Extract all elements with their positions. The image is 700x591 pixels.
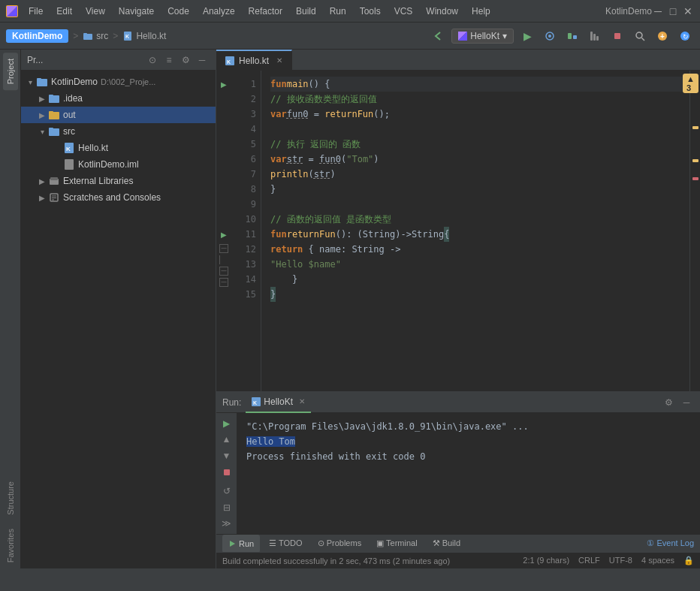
svg-rect-11 bbox=[573, 35, 577, 39]
code-line-2: // 接收函数类型的返回值 bbox=[270, 92, 683, 107]
run-config-selector[interactable]: HelloKt ▾ bbox=[451, 29, 514, 44]
expand-arrow-src: ▾ bbox=[36, 125, 48, 137]
tree-item-hello-kt[interactable]: ▶ K Hello.kt bbox=[21, 140, 216, 156]
bottom-tab-run[interactable]: Run bbox=[222, 535, 260, 553]
menu-build[interactable]: Build bbox=[290, 5, 322, 18]
svg-text:K: K bbox=[253, 400, 257, 406]
update-button[interactable]: ↻ bbox=[676, 27, 694, 45]
code-line-3: var fun0 = returnFun(); bbox=[270, 107, 683, 122]
gutter-run-11[interactable]: ▶ bbox=[218, 227, 230, 242]
run-stop-btn[interactable] bbox=[219, 465, 235, 480]
run-tab-hello[interactable]: K HelloKt ✕ bbox=[246, 392, 311, 413]
panel-collapse-all-btn[interactable]: ≡ bbox=[161, 53, 177, 68]
root-path: D:\002_Proje... bbox=[101, 77, 155, 86]
sidebar-tab-favorites[interactable]: Favorites bbox=[3, 523, 18, 568]
sidebar-tab-project[interactable]: Project bbox=[3, 53, 18, 90]
line-ending[interactable]: CRLF bbox=[578, 556, 600, 565]
run-minimize-btn[interactable]: ─ bbox=[679, 395, 694, 410]
gutter-1-3 bbox=[218, 107, 230, 122]
run-button[interactable]: ▶ bbox=[518, 27, 536, 45]
event-log-link[interactable]: ① Event Log bbox=[647, 538, 694, 548]
code-line-7: println(str) bbox=[270, 167, 683, 182]
tree-item-out[interactable]: ▶ out bbox=[21, 107, 216, 123]
tab-close-btn[interactable]: ✕ bbox=[276, 56, 282, 65]
menu-file[interactable]: File bbox=[23, 5, 49, 18]
panel-close-btn[interactable]: ─ bbox=[195, 53, 210, 68]
bottom-tab-build[interactable]: ⚒ Build bbox=[427, 535, 467, 553]
window-controls: ─ □ ✕ bbox=[652, 5, 694, 17]
code-editor[interactable]: ▶ ▶ ─ ─ ─ bbox=[216, 71, 700, 391]
lock-icon: 🔒 bbox=[683, 556, 694, 565]
menu-view[interactable]: View bbox=[80, 5, 111, 18]
tree-item-iml[interactable]: ▶ KotlinDemo.iml bbox=[21, 156, 216, 173]
profile-button[interactable] bbox=[586, 27, 604, 45]
gutter-fold-15[interactable]: ─ bbox=[219, 278, 228, 287]
menu-run[interactable]: Run bbox=[324, 5, 352, 18]
gutter-fold-12[interactable]: ─ bbox=[219, 244, 228, 253]
debug-button[interactable] bbox=[541, 27, 559, 45]
code-content[interactable]: fun main() { // 接收函数类型的返回值 var fun0 = re… bbox=[261, 71, 689, 391]
tree-item-src[interactable]: ▾ src bbox=[21, 123, 216, 140]
run-tab-close[interactable]: ✕ bbox=[299, 397, 305, 406]
tree-item-ext-libs[interactable]: ▶ External Libraries bbox=[21, 173, 216, 189]
encoding[interactable]: UTF-8 bbox=[609, 556, 632, 565]
run-scroll-down-btn[interactable]: ▼ bbox=[219, 448, 235, 463]
tree-item-scratches[interactable]: ▶ Scratches and Consoles bbox=[21, 189, 216, 206]
svg-rect-15 bbox=[614, 33, 620, 39]
minimize-button[interactable]: ─ bbox=[652, 5, 664, 17]
panel-settings-btn[interactable]: ⚙ bbox=[178, 53, 193, 68]
menu-edit[interactable]: Edit bbox=[50, 5, 78, 18]
menu-code[interactable]: Code bbox=[161, 5, 195, 18]
search-button[interactable] bbox=[631, 27, 649, 45]
gutter-fold-13[interactable] bbox=[219, 255, 228, 264]
main-layout: Project Structure Favorites Pr... ⊙ ≡ ⚙ … bbox=[0, 50, 700, 568]
stop-button[interactable] bbox=[608, 27, 626, 45]
panel-scroll-center-btn[interactable]: ⊙ bbox=[145, 53, 160, 68]
add-button[interactable]: + bbox=[653, 27, 671, 45]
tree-item-root[interactable]: ▾ KotlinDemo D:\002_Proje... bbox=[21, 74, 216, 90]
back-button[interactable] bbox=[429, 27, 447, 45]
indent-info[interactable]: 4 spaces bbox=[641, 556, 674, 565]
gutter-fold-14[interactable]: ─ bbox=[219, 267, 228, 276]
svg-rect-10 bbox=[568, 33, 572, 39]
run-panel-tabs: K HelloKt ✕ bbox=[246, 392, 311, 413]
cursor-position[interactable]: 2:1 (9 chars) bbox=[523, 556, 569, 565]
line-numbers: 1 2 3 4 5 6 7 8 9 10 11 12 13 14 15 bbox=[231, 71, 261, 391]
menu-vcs[interactable]: VCS bbox=[388, 5, 419, 18]
bottom-tab-terminal[interactable]: ▣ Terminal bbox=[370, 535, 423, 553]
menu-refactor[interactable]: Refactor bbox=[243, 5, 288, 18]
tree-item-idea[interactable]: ▶ .idea bbox=[21, 90, 216, 107]
close-button[interactable]: ✕ bbox=[682, 5, 694, 17]
run-gutter: ▶ ▶ ─ ─ ─ bbox=[216, 71, 231, 391]
run-settings-btn[interactable]: ⚙ bbox=[661, 395, 676, 410]
coverage-button[interactable] bbox=[563, 27, 581, 45]
gutter-run-1[interactable]: ▶ bbox=[218, 77, 230, 92]
project-panel-header: Pr... ⊙ ≡ ⚙ ─ bbox=[21, 50, 216, 71]
code-line-1: fun main() { bbox=[270, 77, 683, 92]
run-body: ▶ ▲ ▼ ↺ ⊟ ≫ "C:\Program Files\Java\jdk1.… bbox=[216, 413, 700, 534]
bottom-tab-problems[interactable]: ⊙ Problems bbox=[312, 535, 368, 553]
menu-analyze[interactable]: Analyze bbox=[197, 5, 241, 18]
svg-rect-34 bbox=[50, 177, 58, 180]
run-rerun-btn[interactable]: ↺ bbox=[219, 484, 235, 499]
menu-tools[interactable]: Tools bbox=[354, 5, 387, 18]
folder-icon-src bbox=[48, 125, 60, 137]
src-label: src bbox=[63, 126, 75, 137]
out-label: out bbox=[63, 110, 76, 120]
editor-tab-hello-kt[interactable]: K Hello.kt ✕ bbox=[216, 50, 292, 71]
bottom-tab-todo[interactable]: ☰ TODO bbox=[263, 535, 308, 553]
menu-help[interactable]: Help bbox=[466, 5, 496, 18]
project-label[interactable]: KotlinDemo bbox=[6, 29, 68, 43]
run-play-btn[interactable]: ▶ bbox=[219, 416, 235, 431]
sidebar-tab-structure[interactable]: Structure bbox=[3, 475, 18, 521]
svg-marker-44 bbox=[230, 541, 235, 547]
run-filter-btn[interactable]: ⊟ bbox=[219, 500, 235, 515]
panel-title: Pr... bbox=[27, 55, 43, 65]
menu-window[interactable]: Window bbox=[420, 5, 464, 18]
menu-navigate[interactable]: Navigate bbox=[113, 5, 160, 18]
svg-rect-27 bbox=[49, 111, 53, 113]
run-more-btn[interactable]: ≫ bbox=[219, 516, 235, 531]
run-scroll-up-btn[interactable]: ▲ bbox=[219, 433, 235, 448]
maximize-button[interactable]: □ bbox=[667, 5, 679, 17]
warning-marker-3 bbox=[692, 177, 698, 180]
